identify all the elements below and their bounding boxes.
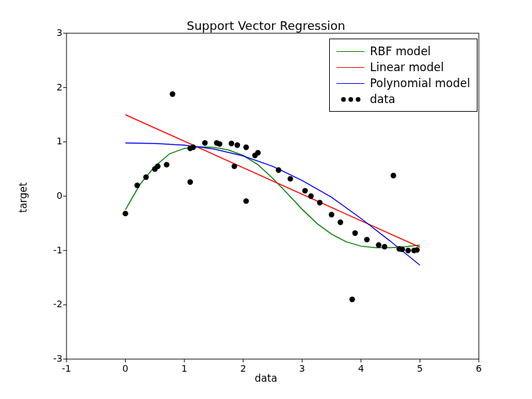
svg-point-31: [231, 164, 237, 169]
y-tick-label: -1: [36, 245, 63, 255]
svg-point-52: [406, 247, 411, 253]
legend: RBF model Linear model Polynomial model …: [329, 39, 477, 112]
svg-point-32: [235, 142, 240, 148]
legend-label: Polynomial model: [370, 76, 470, 90]
chart-figure: Support Vector Regression data target RB…: [0, 0, 532, 399]
svg-point-23: [170, 91, 175, 96]
svg-point-51: [400, 247, 405, 252]
svg-point-49: [390, 173, 396, 178]
legend-label: RBF model: [370, 45, 431, 58]
x-tick-label: 6: [466, 363, 492, 374]
svg-point-54: [414, 247, 420, 253]
y-axis-label: target: [17, 182, 29, 213]
y-tick-label: 3: [36, 27, 63, 38]
x-tick-label: 2: [230, 363, 257, 374]
svg-point-41: [317, 200, 323, 205]
legend-entry-rbf: RBF model: [336, 43, 470, 59]
x-tick-label: 4: [348, 363, 374, 374]
svg-point-43: [338, 219, 343, 225]
y-tick-label: -3: [36, 353, 63, 364]
legend-entry-data: data: [336, 91, 470, 107]
x-tick-label: 0: [112, 363, 139, 374]
svg-point-19: [143, 174, 148, 180]
y-tick-label: -2: [36, 299, 63, 309]
y-tick-label: 0: [36, 190, 63, 201]
svg-point-30: [229, 141, 234, 146]
svg-point-25: [188, 180, 193, 185]
svg-point-47: [376, 242, 381, 247]
svg-point-22: [164, 162, 169, 167]
legend-swatch-scatter: [336, 92, 364, 106]
y-tick-label: 2: [36, 82, 63, 92]
svg-point-26: [190, 144, 196, 150]
x-axis-label: data: [0, 372, 532, 384]
x-tick-label: -1: [53, 363, 80, 374]
svg-point-27: [202, 140, 207, 146]
svg-point-33: [243, 144, 249, 150]
svg-point-46: [364, 237, 370, 242]
svg-point-48: [382, 244, 387, 249]
svg-point-42: [329, 212, 334, 217]
svg-point-40: [308, 194, 313, 199]
x-tick-label: 1: [171, 363, 198, 374]
legend-entry-poly: Polynomial model: [336, 75, 470, 91]
svg-point-29: [217, 141, 222, 146]
svg-point-44: [349, 297, 354, 302]
svg-point-39: [303, 188, 308, 194]
svg-point-36: [255, 150, 261, 155]
legend-entry-linear: Linear model: [336, 59, 470, 75]
y-tick-label: 1: [36, 136, 63, 146]
svg-point-45: [352, 230, 358, 235]
legend-swatch-line: [336, 45, 364, 58]
svg-point-17: [122, 211, 128, 216]
legend-swatch-line: [336, 76, 364, 90]
svg-point-38: [287, 176, 293, 182]
svg-point-34: [243, 198, 249, 203]
svg-point-21: [155, 164, 160, 169]
svg-point-37: [276, 168, 281, 173]
legend-label: Linear model: [370, 61, 444, 74]
legend-label: data: [370, 92, 395, 106]
legend-swatch-line: [336, 61, 364, 74]
x-tick-label: 3: [289, 363, 315, 374]
x-tick-label: 5: [406, 363, 433, 374]
svg-point-18: [134, 182, 140, 188]
